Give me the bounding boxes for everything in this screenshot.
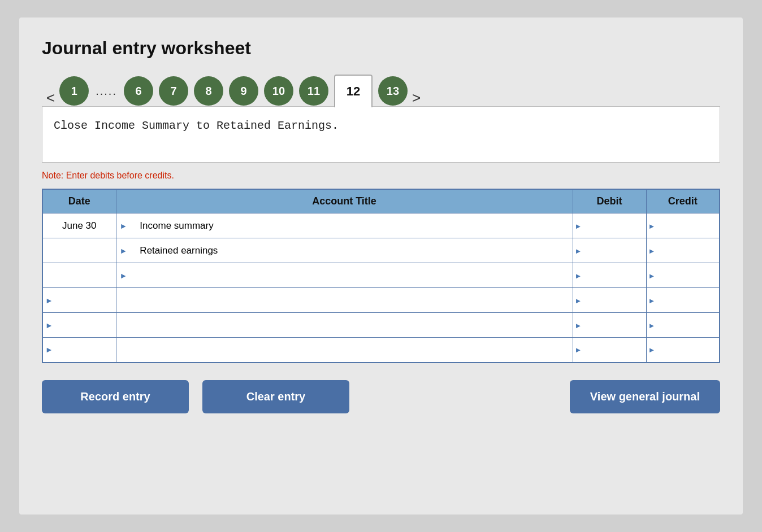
credit-arrow-3: ► [648, 271, 656, 280]
account-arrow-2: ► [120, 246, 128, 255]
pag-item-10[interactable]: 10 [264, 76, 293, 106]
debit-input-5[interactable] [575, 313, 644, 337]
credit-input-3[interactable] [649, 263, 717, 287]
next-button[interactable]: > [408, 88, 425, 107]
table-row: ► ► ► [42, 263, 720, 288]
pag-item-12-active[interactable]: 12 [334, 75, 373, 107]
account-input-5[interactable] [120, 317, 573, 333]
account-cell-2: ► [116, 238, 573, 263]
credit-cell-4: ► [646, 288, 720, 313]
journal-table: Date Account Title Debit Credit ► ► [42, 189, 720, 363]
credit-arrow-6: ► [648, 346, 656, 354]
debit-cell-5: ► [573, 313, 646, 338]
debit-arrow-5: ► [575, 321, 582, 329]
debit-input-6[interactable] [575, 338, 644, 362]
debit-input-4[interactable] [575, 288, 644, 312]
date-cell-6: ► [42, 338, 116, 363]
pag-item-6[interactable]: 6 [124, 76, 153, 106]
debit-arrow-4: ► [575, 296, 582, 304]
date-input-1[interactable] [45, 216, 114, 236]
credit-cell-3: ► [646, 263, 720, 288]
debit-cell-6: ► [573, 338, 646, 363]
credit-cell-1: ► [646, 213, 720, 238]
credit-arrow-1: ► [648, 221, 656, 230]
main-container: Journal entry worksheet < 1 ..... 6 7 8 … [19, 18, 743, 514]
debit-cell-3: ► [573, 263, 646, 288]
pag-item-7[interactable]: 7 [159, 76, 188, 106]
record-entry-button[interactable]: Record entry [42, 380, 189, 413]
account-cell-5 [116, 313, 573, 338]
account-cell-1: ► [116, 213, 573, 238]
credit-cell-6: ► [646, 338, 720, 363]
debit-arrow-2: ► [575, 246, 582, 255]
date-arrow-5: ► [45, 321, 53, 330]
date-cell-3 [42, 263, 116, 288]
credit-input-1[interactable] [649, 213, 717, 238]
credit-input-4[interactable] [649, 288, 717, 312]
account-input-4[interactable] [120, 293, 573, 308]
clear-entry-button[interactable]: Clear entry [202, 380, 349, 413]
account-arrow-3: ► [120, 271, 128, 280]
debit-input-3[interactable] [575, 263, 644, 287]
header-date: Date [42, 189, 116, 213]
note-text: Note: Enter debits before credits. [42, 171, 720, 181]
table-row: ► ► ► [42, 313, 720, 338]
debit-input-1[interactable] [575, 213, 644, 238]
pagination-row: < 1 ..... 6 7 8 9 10 11 12 13 > [42, 75, 720, 107]
credit-cell-5: ► [646, 313, 720, 338]
account-cell-6 [116, 338, 573, 363]
header-debit: Debit [573, 189, 646, 213]
pag-item-8[interactable]: 8 [194, 76, 223, 106]
pagination: 1 ..... 6 7 8 9 10 11 12 13 [59, 75, 408, 107]
prev-button[interactable]: < [42, 88, 59, 107]
account-cell-3: ► [116, 263, 573, 288]
date-input-3[interactable] [45, 265, 114, 285]
credit-input-5[interactable] [649, 313, 717, 337]
account-input-1[interactable] [129, 218, 572, 234]
credit-cell-2: ► [646, 238, 720, 263]
credit-arrow-4: ► [648, 296, 656, 304]
date-arrow-4: ► [45, 296, 53, 305]
date-cell-2 [42, 238, 116, 263]
table-row: ► ► ► [42, 288, 720, 313]
credit-arrow-2: ► [648, 246, 656, 255]
pag-item-1[interactable]: 1 [59, 76, 89, 106]
view-journal-button[interactable]: View general journal [570, 380, 720, 413]
date-cell-4: ► [42, 288, 116, 313]
debit-cell-4: ► [573, 288, 646, 313]
pag-item-13[interactable]: 13 [378, 76, 408, 106]
credit-input-6[interactable] [649, 338, 717, 362]
date-cell-1 [42, 213, 116, 238]
debit-arrow-1: ► [575, 221, 582, 230]
debit-arrow-6: ► [575, 346, 582, 354]
pagination-dots: ..... [96, 85, 117, 98]
debit-arrow-3: ► [575, 271, 582, 280]
account-input-3[interactable] [129, 268, 572, 284]
action-buttons: Record entry Clear entry View general jo… [42, 380, 720, 413]
credit-input-2[interactable] [649, 238, 717, 263]
page-title: Journal entry worksheet [42, 38, 720, 59]
header-account: Account Title [116, 189, 573, 213]
account-input-6[interactable] [120, 342, 573, 357]
date-arrow-6: ► [45, 345, 53, 354]
description-text: Close Income Summary to Retained Earning… [54, 119, 339, 132]
debit-input-2[interactable] [575, 238, 644, 263]
table-row: ► ► ► [42, 238, 720, 263]
table-row: ► ► ► [42, 213, 720, 238]
pag-item-9[interactable]: 9 [229, 76, 258, 106]
debit-cell-1: ► [573, 213, 646, 238]
date-cell-5: ► [42, 313, 116, 338]
debit-cell-2: ► [573, 238, 646, 263]
account-arrow-1: ► [120, 221, 128, 230]
pag-item-11[interactable]: 11 [299, 76, 328, 106]
credit-arrow-5: ► [648, 321, 656, 329]
account-cell-4 [116, 288, 573, 313]
description-box: Close Income Summary to Retained Earning… [42, 106, 720, 163]
account-input-2[interactable] [129, 243, 572, 259]
table-header-row: Date Account Title Debit Credit [42, 189, 720, 213]
table-row: ► ► ► [42, 338, 720, 363]
header-credit: Credit [646, 189, 720, 213]
date-input-2[interactable] [45, 241, 114, 260]
